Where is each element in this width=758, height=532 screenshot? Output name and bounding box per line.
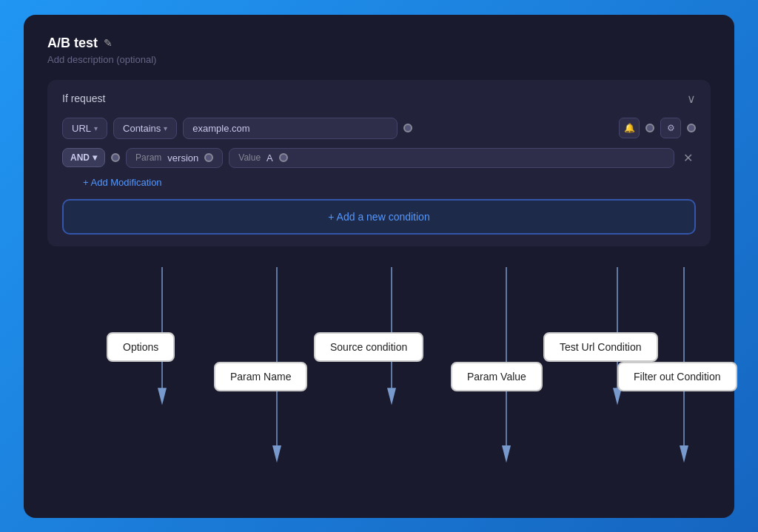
test-url-dot [645,124,654,132]
filter-icon[interactable]: ⚙ [660,118,681,138]
param-name-dot [204,153,213,162]
url-input-field[interactable]: example.com [183,118,397,139]
param-value-group: Value A [229,148,674,168]
and-button[interactable]: AND ▾ [62,148,105,167]
param-name-group: Param version [126,148,223,168]
options-annotation: Options [107,332,175,362]
chevron-down-icon: ▾ [164,124,167,132]
if-request-label: If request [62,92,105,104]
url-dropdown-button[interactable]: URL ▾ [62,118,107,139]
chevron-down-icon: ▾ [94,124,98,132]
annotations-area: Options Param Name Source condition Para… [47,267,711,497]
and-label: AND [70,152,90,163]
chevron-down-icon[interactable]: ∨ [687,92,696,106]
close-icon[interactable]: ✕ [680,151,696,165]
add-condition-button[interactable]: + Add a new condition [62,199,696,235]
param-label: Param [135,152,161,163]
add-modification-button[interactable]: + Add Modification [77,174,168,191]
bell-icon[interactable]: 🔔 [619,118,640,138]
param-value-value: A [266,152,273,164]
modification-row: AND ▾ Param version Value A ✕ [62,148,696,168]
filter-out-dot [687,124,696,132]
value-label: Value [238,152,261,163]
options-dot [111,153,120,162]
page-title: A/B test [47,36,98,51]
main-card: A/B test ✎ Add description (optional) If… [24,15,734,518]
test-url-annotation: Test Url Condition [543,332,658,362]
annotation-arrows [47,267,711,497]
param-value-dot [279,153,288,162]
if-request-panel: If request ∨ URL ▾ Contains ▾ example.co… [47,80,711,246]
filter-out-annotation: Filter out Condition [617,362,737,391]
source-condition-annotation: Source condition [314,332,423,362]
if-request-header: If request ∨ [62,92,696,106]
param-value-annotation: Param Value [451,362,543,391]
param-name-value: version [167,152,198,164]
source-condition-dot [403,124,412,132]
url-condition-row: URL ▾ Contains ▾ example.com 🔔 ⚙ [62,118,696,139]
description-text[interactable]: Add description (optional) [47,54,711,65]
param-name-annotation: Param Name [214,362,307,391]
contains-dropdown-button[interactable]: Contains ▾ [113,118,177,139]
edit-icon[interactable]: ✎ [104,37,113,49]
chevron-down-icon: ▾ [93,152,97,163]
title-row: A/B test ✎ [47,36,711,51]
